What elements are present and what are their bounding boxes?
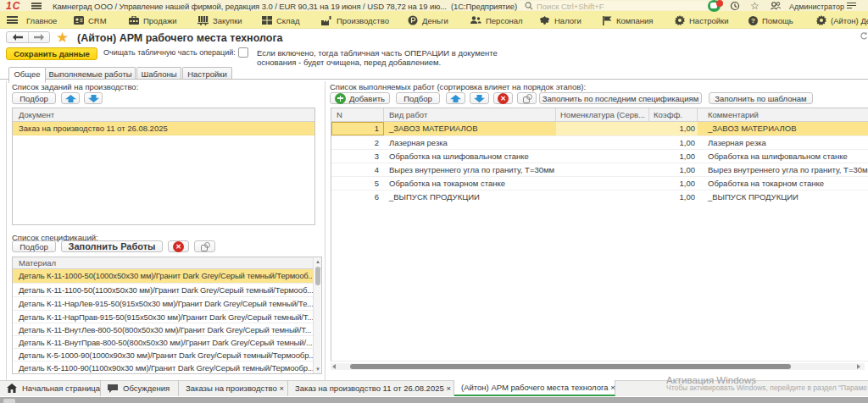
svg-text:?: ?	[751, 17, 755, 25]
